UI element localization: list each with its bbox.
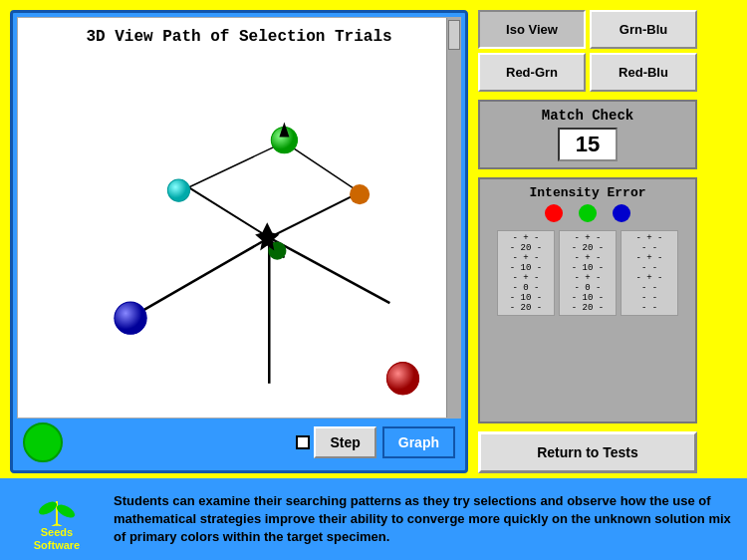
green-intensity-meter: - + - - 20 - - + - - 10 - - + - - 0 - - … (559, 230, 617, 316)
scrollbar[interactable] (446, 18, 460, 418)
intensity-label: Intensity Error (529, 185, 645, 200)
logo-icon (35, 486, 80, 526)
green-indicator (23, 422, 63, 462)
intensity-meters: - + - - 20 - - + - - 10 - - + - - 0 - - … (486, 230, 689, 316)
match-check-value: 15 (558, 128, 618, 161)
intensity-dots (545, 204, 630, 222)
svg-point-15 (115, 302, 146, 334)
return-to-tests-button[interactable]: Return to Tests (478, 431, 697, 473)
main-container: 3D View Path of Selection Trials (0, 0, 747, 560)
top-section: 3D View Path of Selection Trials (0, 0, 747, 478)
svg-point-22 (54, 501, 76, 520)
match-check-label: Match Check (542, 108, 633, 124)
view-buttons: Iso View Grn-Blu Red-Grn Red-Blu (478, 10, 697, 92)
grn-blu-button[interactable]: Grn-Blu (590, 10, 697, 49)
step-area: Step (296, 426, 375, 458)
view-canvas: 3D View Path of Selection Trials (17, 17, 461, 419)
left-panel: 3D View Path of Selection Trials (10, 10, 468, 473)
svg-line-3 (189, 187, 270, 237)
3d-view-svg (18, 18, 460, 418)
red-grn-button[interactable]: Red-Grn (478, 53, 586, 92)
svg-point-17 (386, 363, 418, 395)
svg-line-4 (269, 192, 360, 237)
red-dot (545, 204, 563, 222)
graph-button[interactable]: Graph (382, 426, 455, 458)
bottom-controls: Step Graph (17, 419, 461, 466)
intensity-area: Intensity Error - + - - 20 - - + - - 10 … (478, 177, 697, 423)
bottom-bar: Seeds Software Students can examine thei… (0, 478, 747, 560)
svg-line-0 (269, 237, 389, 303)
green-dot (579, 204, 597, 222)
blue-dot (613, 204, 630, 222)
logo-text-seeds: Seeds (41, 526, 73, 539)
logo-area: Seeds Software (12, 486, 102, 552)
red-intensity-meter: - + - - 20 - - + - - 10 - - + - - 0 - - … (497, 230, 555, 316)
svg-line-7 (284, 142, 360, 192)
iso-view-button[interactable]: Iso View (478, 10, 586, 49)
svg-point-13 (350, 184, 370, 204)
logo-text-software: Software (34, 539, 80, 552)
blue-intensity-meter: - + - - - - + - - - - + - - - - - - - (621, 230, 678, 316)
description-text: Students can examine their searching pat… (114, 492, 735, 547)
svg-point-9 (167, 179, 189, 201)
view-title: 3D View Path of Selection Trials (18, 28, 460, 46)
red-blu-button[interactable]: Red-Blu (590, 53, 697, 92)
scrollbar-thumb[interactable] (448, 20, 460, 50)
right-panel: Iso View Grn-Blu Red-Grn Red-Blu Match C… (478, 10, 697, 473)
svg-line-1 (138, 237, 269, 313)
svg-point-21 (36, 498, 58, 517)
step-checkbox[interactable] (296, 435, 310, 449)
svg-line-6 (189, 142, 285, 187)
match-check-area: Match Check 15 (478, 100, 697, 169)
step-button[interactable]: Step (314, 426, 375, 458)
